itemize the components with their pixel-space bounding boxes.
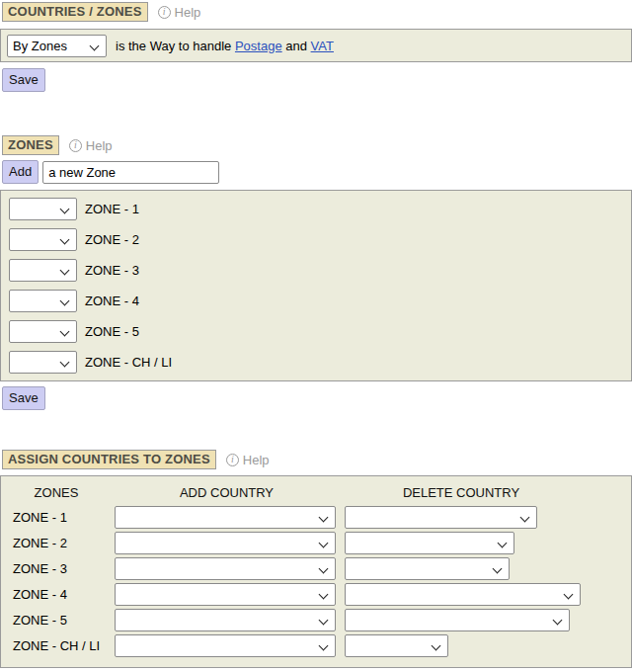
zone-row: ZONE - 3 bbox=[1, 255, 631, 286]
zone-5-delete-country-select[interactable] bbox=[345, 609, 570, 631]
zone-1-select[interactable] bbox=[9, 198, 77, 220]
chevron-down-icon bbox=[60, 358, 70, 368]
zone-label: ZONE - 5 bbox=[85, 324, 139, 339]
chevron-down-icon bbox=[60, 205, 70, 214]
new-zone-input[interactable] bbox=[42, 161, 219, 184]
column-header-add-country: ADD COUNTRY bbox=[112, 485, 342, 500]
zone-row: ZONE - CH / LI bbox=[1, 347, 631, 378]
chevron-down-icon bbox=[319, 563, 329, 573]
handling-method-select[interactable]: By Zones bbox=[7, 35, 107, 57]
info-icon: i bbox=[69, 139, 82, 152]
zone-label: ZONE - 2 bbox=[85, 232, 139, 247]
zone-4-select[interactable] bbox=[9, 290, 77, 312]
assign-table-header: ZONES ADD COUNTRY DELETE COUNTRY bbox=[1, 480, 631, 504]
handling-method-bar: By Zones is the Way to handle Postage an… bbox=[0, 29, 632, 62]
zone-label: ZONE - 3 bbox=[1, 561, 112, 576]
postage-link[interactable]: Postage bbox=[235, 39, 282, 53]
zone-label: ZONE - CH / LI bbox=[1, 638, 112, 653]
chevron-down-icon bbox=[319, 640, 329, 650]
zone-label: ZONE - 1 bbox=[85, 202, 139, 216]
zone-3-delete-country-select[interactable] bbox=[345, 557, 510, 580]
zone-1-delete-country-select[interactable] bbox=[345, 506, 537, 529]
countries-zones-help-link[interactable]: i Help bbox=[158, 5, 201, 20]
chevron-down-icon bbox=[520, 512, 530, 522]
add-zone-row: Add bbox=[2, 160, 632, 184]
chevron-down-icon bbox=[493, 563, 503, 573]
zones-title: ZONES bbox=[2, 135, 59, 155]
countries-zones-title: COUNTRIES / ZONES bbox=[2, 2, 148, 22]
chevron-down-icon bbox=[498, 538, 508, 547]
chevron-down-icon bbox=[553, 615, 563, 625]
zone-label: ZONE - 2 bbox=[1, 536, 112, 550]
info-icon: i bbox=[226, 454, 239, 466]
chevron-down-icon bbox=[319, 615, 329, 625]
zone-label: ZONE - 4 bbox=[1, 587, 112, 602]
save-countries-zones-button[interactable]: Save bbox=[2, 68, 45, 92]
chevron-down-icon bbox=[432, 640, 441, 650]
handling-method-value: By Zones bbox=[13, 39, 67, 53]
help-label: Help bbox=[86, 138, 113, 153]
help-label: Help bbox=[243, 453, 270, 467]
assign-row: ZONE - 1 bbox=[1, 504, 631, 530]
assign-row: ZONE - 2 bbox=[1, 530, 631, 555]
zone-5-add-country-select[interactable] bbox=[115, 609, 336, 631]
assign-row: ZONE - 3 bbox=[1, 555, 631, 581]
save-zones-button[interactable]: Save bbox=[2, 386, 45, 410]
assign-row: ZONE - 4 bbox=[1, 581, 631, 607]
help-label: Help bbox=[175, 5, 201, 20]
vat-link[interactable]: VAT bbox=[311, 39, 334, 53]
zone-label: ZONE - 1 bbox=[1, 510, 112, 525]
zone-row: ZONE - 1 bbox=[1, 194, 631, 224]
zone-label: ZONE - 3 bbox=[85, 263, 139, 278]
zone-row: ZONE - 4 bbox=[1, 286, 631, 316]
zone-ch-li-delete-country-select[interactable] bbox=[345, 634, 448, 657]
zone-2-delete-country-select[interactable] bbox=[345, 532, 514, 554]
zone-label: ZONE - 5 bbox=[1, 613, 112, 628]
zone-4-delete-country-select[interactable] bbox=[345, 583, 581, 606]
assign-row: ZONE - 5 bbox=[1, 607, 631, 632]
zone-ch-li-select[interactable] bbox=[9, 351, 77, 374]
column-header-zones: ZONES bbox=[1, 485, 112, 500]
chevron-down-icon bbox=[319, 538, 329, 547]
zone-2-select[interactable] bbox=[9, 228, 77, 251]
chevron-down-icon bbox=[319, 512, 329, 522]
zone-row: ZONE - 5 bbox=[1, 316, 631, 347]
chevron-down-icon bbox=[60, 266, 70, 276]
zones-panel: ZONE - 1 ZONE - 2 ZONE - 3 ZONE - 4 ZONE… bbox=[0, 190, 632, 381]
zone-1-add-country-select[interactable] bbox=[115, 506, 336, 529]
zone-row: ZONE - 2 bbox=[1, 224, 631, 255]
handling-method-sentence: is the Way to handle Postage and VAT bbox=[116, 39, 334, 53]
chevron-down-icon bbox=[60, 327, 70, 337]
zones-section-head: ZONES i Help bbox=[2, 135, 632, 155]
chevron-down-icon bbox=[319, 589, 329, 599]
chevron-down-icon bbox=[60, 235, 70, 245]
assign-help-link[interactable]: i Help bbox=[226, 453, 270, 467]
zone-label: ZONE - 4 bbox=[85, 294, 139, 308]
assign-panel: ZONES ADD COUNTRY DELETE COUNTRY ZONE - … bbox=[0, 475, 632, 668]
zone-4-add-country-select[interactable] bbox=[115, 583, 336, 606]
chevron-down-icon bbox=[90, 41, 100, 50]
zone-5-select[interactable] bbox=[9, 320, 77, 343]
sentence-prefix: is the Way to handle bbox=[116, 39, 231, 53]
chevron-down-icon bbox=[60, 296, 70, 306]
zones-help-link[interactable]: i Help bbox=[69, 138, 113, 153]
assign-title: ASSIGN COUNTRIES TO ZONES bbox=[2, 450, 216, 469]
countries-zones-section-head: COUNTRIES / ZONES i Help bbox=[2, 2, 632, 22]
chevron-down-icon bbox=[564, 589, 574, 599]
zone-3-select[interactable] bbox=[9, 259, 77, 282]
assign-row: ZONE - CH / LI bbox=[1, 632, 631, 658]
zone-label: ZONE - CH / LI bbox=[85, 355, 172, 370]
add-zone-button[interactable]: Add bbox=[2, 160, 39, 184]
info-icon: i bbox=[158, 6, 171, 19]
zone-3-add-country-select[interactable] bbox=[115, 557, 336, 580]
assign-section-head: ASSIGN COUNTRIES TO ZONES i Help bbox=[2, 450, 632, 469]
column-header-delete-country: DELETE COUNTRY bbox=[342, 485, 581, 500]
zone-ch-li-add-country-select[interactable] bbox=[115, 634, 336, 657]
zone-2-add-country-select[interactable] bbox=[115, 532, 336, 554]
and-text: and bbox=[285, 39, 307, 53]
